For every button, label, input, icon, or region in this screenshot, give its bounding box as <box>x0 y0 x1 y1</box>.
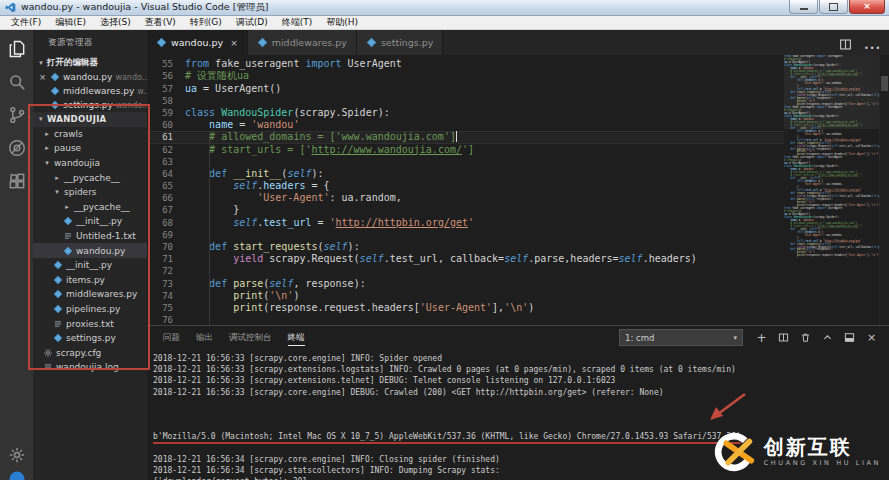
code-line-58[interactable]: 58 <box>147 95 784 107</box>
code-token <box>784 254 797 257</box>
explorer-icon[interactable] <box>7 39 27 59</box>
code-line-63[interactable]: 63 <box>147 156 784 168</box>
maximize-panel-icon[interactable] <box>822 332 833 343</box>
code-token: 'User-Agent' <box>804 233 824 236</box>
code-line-56[interactable]: 56# 设置随机ua <box>147 70 784 82</box>
open-editor-item[interactable]: ×wandou.pywando... <box>33 70 147 84</box>
editor-tab-wandou-py[interactable]: wandou.py× <box>147 30 248 55</box>
code-token: (scrapy.Spider): <box>813 215 839 218</box>
code-line-61[interactable]: 61 # allowed_domains = ['www.wandoujia.c… <box>147 131 784 143</box>
code-line-65[interactable]: 65 self.headers = { <box>147 180 784 192</box>
editor-tab-middlewares-py[interactable]: middlewares.py <box>248 30 357 55</box>
source-control-icon[interactable] <box>7 105 27 125</box>
tree-item-crawls[interactable]: ▸crawls <box>33 127 147 142</box>
code-line-76[interactable]: 76 <box>147 314 784 325</box>
code-token: # allowed_domains = ['www.wandoujia.com'… <box>209 131 456 143</box>
minimize-button[interactable] <box>789 0 818 14</box>
code-line-66[interactable]: 66 'User-Agent': ua.random, <box>147 192 784 204</box>
code-line-57[interactable]: 57ua = UserAgent() <box>147 83 784 95</box>
python-file-icon <box>257 37 268 48</box>
menu-item-1[interactable]: 编辑(E) <box>48 16 93 29</box>
new-terminal-icon[interactable]: + <box>756 332 767 343</box>
tree-item--init-py[interactable]: __init__.py <box>33 214 147 229</box>
code-line-62[interactable]: 62 # start_urls = ['http://www.wandoujia… <box>147 144 784 156</box>
menu-item-7[interactable]: 帮助(H) <box>319 16 365 29</box>
terminal-line: {'downloader/request_bytes': 301, <box>153 476 889 480</box>
extensions-icon[interactable] <box>7 171 27 191</box>
kill-terminal-icon[interactable] <box>800 332 811 343</box>
code-token: , response): <box>293 278 365 290</box>
search-icon[interactable] <box>7 72 27 92</box>
code-token: , response): <box>813 147 833 150</box>
tree-item-items-py[interactable]: items.py <box>33 273 147 288</box>
panel-tab-问题[interactable]: 问题 <box>155 326 188 349</box>
code-editor[interactable]: 5455from fake_useragent import UserAgent… <box>147 55 784 325</box>
more-actions-icon[interactable]: ••• <box>864 36 877 49</box>
split-editor-icon[interactable] <box>839 36 852 49</box>
code-line-59[interactable]: 59class WandouSpider(scrapy.Spider): <box>147 107 784 119</box>
open-editor-item[interactable]: settings.pywando... <box>33 98 147 112</box>
maximize-button[interactable] <box>819 0 848 14</box>
debug-icon[interactable] <box>7 138 27 158</box>
code-token: .test_url, callback= <box>838 195 871 198</box>
code-line-70[interactable]: 70 def start_requests(self): <box>147 241 784 253</box>
code-line-60[interactable]: 60 name = 'wandou' <box>147 119 784 131</box>
menu-item-6[interactable]: 终端(T) <box>275 16 320 29</box>
maximize-icon <box>829 3 838 11</box>
code-line-75[interactable]: 75 print(response.request.headers['User-… <box>147 302 784 314</box>
tree-item-middlewares-py[interactable]: middlewares.py <box>33 287 147 302</box>
tree-item-pause[interactable]: ▸pause <box>33 141 147 156</box>
close-icon[interactable]: × <box>38 72 47 82</box>
code-line-64[interactable]: 64 def __init__(self): <box>147 168 784 180</box>
split-terminal-icon[interactable] <box>778 332 789 343</box>
tree-item--init-py[interactable]: __init__.py <box>33 258 147 273</box>
code-token: ' <box>860 189 862 192</box>
code-line-68[interactable]: 68 self.test_url = 'http://httpbin.org/g… <box>147 217 784 229</box>
tree-item-wandoujia[interactable]: ▾wandoujia <box>33 156 147 171</box>
editor-scrollbar[interactable] <box>879 55 889 325</box>
menu-item-5[interactable]: 调试(D) <box>229 16 275 29</box>
titlebar[interactable]: wandou.py - wandoujia - Visual Studio Co… <box>0 0 889 16</box>
scrollbar-thumb[interactable] <box>881 76 888 91</box>
tree-item-untitled-1-txt[interactable]: Untitled-1.txt <box>33 229 147 244</box>
tree-item-spiders[interactable]: ▾spiders <box>33 185 147 200</box>
code-line-55[interactable]: 55from fake_useragent import UserAgent <box>147 58 784 70</box>
close-icon[interactable]: × <box>230 38 238 48</box>
panel-tab-终端[interactable]: 终端 <box>280 326 313 349</box>
menu-item-2[interactable]: 选择(S) <box>93 16 138 29</box>
tree-item-wandou-py[interactable]: wandou.py <box>33 243 147 258</box>
code-line-69[interactable]: 69 <box>147 229 784 241</box>
close-panel-icon[interactable]: × <box>866 332 877 343</box>
close-button[interactable]: × <box>849 0 885 14</box>
minimap-slider[interactable] <box>784 55 879 129</box>
code-line-71[interactable]: 71 yield scrapy.Request(self.test_url, c… <box>147 253 784 265</box>
panel-tab-输出[interactable]: 输出 <box>188 326 221 349</box>
menu-item-4[interactable]: 转到(G) <box>183 16 229 29</box>
menu-item-3[interactable]: 查看(V) <box>138 16 183 29</box>
minimap[interactable]: from fake_useragent import UserAgent# 设置… <box>784 55 879 325</box>
editor-tab-settings-py[interactable]: settings.py <box>357 30 444 55</box>
code-line-67[interactable]: 67 } <box>147 204 784 216</box>
tree-item-proxies-txt[interactable]: proxies.txt <box>33 316 147 331</box>
tree-item-pipelines-py[interactable]: pipelines.py <box>33 302 147 317</box>
tree-item-scrapy-cfg[interactable]: scrapy.cfg <box>33 346 147 361</box>
terminal-select[interactable]: 1: cmd ▾ <box>619 329 743 346</box>
open-editor-item[interactable]: middlewares.pyw... <box>33 84 147 98</box>
code-line-73[interactable]: 73 def parse(self, response): <box>147 278 784 290</box>
open-editors-header[interactable]: ▾ 打开的编辑器 <box>33 56 147 70</box>
code-line-74[interactable]: 74 print('\n') <box>147 290 784 302</box>
panel-tab-调试控制台[interactable]: 调试控制台 <box>221 326 280 349</box>
tree-item-wandoujia-log[interactable]: wandoujia.log <box>33 360 147 375</box>
code-token: fake_useragent <box>209 58 305 70</box>
toggle-panel-icon[interactable] <box>844 332 855 343</box>
folder-root-header[interactable]: ▾ WANDOUJIA <box>33 112 147 127</box>
code-line-72[interactable]: 72 <box>147 265 784 277</box>
menu-item-0[interactable]: 文件(F) <box>4 16 48 29</box>
tree-item-settings-py[interactable]: settings.py <box>33 331 147 346</box>
tree-item--pycache-[interactable]: ▸__pycache__ <box>33 170 147 185</box>
account-icon[interactable] <box>8 470 26 480</box>
tree-item--pycache-[interactable]: ▸__pycache__ <box>33 200 147 215</box>
settings-gear-icon[interactable] <box>8 446 26 464</box>
watermark-en-text: CHUANG XIN HU LIAN <box>764 460 881 467</box>
code-token: self <box>233 180 257 192</box>
